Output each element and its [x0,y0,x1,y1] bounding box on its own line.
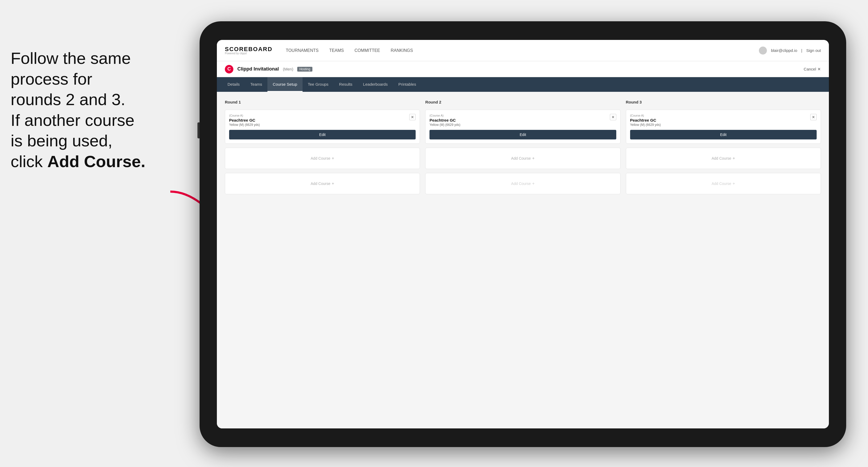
add-course-plus-icon-4: + [532,181,535,186]
card-actions: ✕ [409,114,416,120]
tournament-gender: (Men) [283,67,293,71]
course-tee-2: Yellow (M) (6629 yds) [430,123,460,127]
clippd-logo: C [225,65,234,73]
add-course-label-2: Add Course [311,182,331,186]
add-course-label-3: Add Course [511,156,531,160]
tab-tee-groups[interactable]: Tee Groups [303,77,334,92]
user-avatar [759,46,767,55]
course-name: Peachtree GC [229,118,260,122]
card-header-3: (Course A) Peachtree GC Yellow (M) (6629… [630,114,817,130]
course-info-3: (Course A) Peachtree GC Yellow (M) (6629… [630,114,661,130]
add-course-label: Add Course [311,156,331,160]
round-1-course-card: (Course A) Peachtree GC Yellow (M) (6629… [225,110,420,144]
round-2-label: Round 2 [425,100,620,104]
course-name-3: Peachtree GC [630,118,661,122]
top-nav: SCOREBOARD Powered by clippd TOURNAMENTS… [217,40,829,61]
hosting-badge: Hosting [297,67,312,71]
add-course-plus-icon-3: + [532,156,535,161]
nav-tournaments[interactable]: TOURNAMENTS [286,47,318,54]
nav-committee[interactable]: COMMITTEE [354,47,380,54]
tab-course-setup[interactable]: Course Setup [268,77,303,92]
course-name-2: Peachtree GC [430,118,460,122]
add-course-label-5: Add Course [712,156,731,160]
tournament-name: Clippd Invitational [237,66,279,72]
add-course-text-6: Add Course + [712,181,735,186]
tablet-frame: SCOREBOARD Powered by clippd TOURNAMENTS… [199,21,846,447]
add-course-text-4: Add Course + [511,181,535,186]
edit-course-button[interactable]: Edit [229,130,416,139]
course-a-label: (Course A) [229,114,260,117]
course-info: (Course A) Peachtree GC Yellow (M) (6629… [229,114,260,130]
course-info-2: (Course A) Peachtree GC Yellow (M) (6629… [430,114,460,130]
round-3-course-card: (Course A) Peachtree GC Yellow (M) (6629… [626,110,821,144]
round-2-course-card: (Course A) Peachtree GC Yellow (M) (6629… [425,110,620,144]
tab-leaderboards[interactable]: Leaderboards [358,77,393,92]
sub-header: C Clippd Invitational (Men) Hosting Canc… [217,61,829,77]
user-email: blair@clippd.io [771,48,797,53]
round-2-column: Round 2 (Course A) Peachtree GC Yellow (… [425,100,620,194]
add-course-label-6: Add Course [712,182,731,186]
add-course-text-2: Add Course + [311,181,334,186]
add-course-plus-icon: + [332,156,334,161]
cancel-icon: ✕ [817,67,821,71]
nav-rankings[interactable]: RANKINGS [391,47,413,54]
add-course-card-2-2[interactable]: Add Course + [425,148,620,169]
add-course-card-3-2[interactable]: Add Course + [626,148,821,169]
add-course-card-1-3[interactable]: Add Course + [225,173,420,194]
round-3-column: Round 3 (Course A) Peachtree GC Yellow (… [626,100,821,194]
edit-course-button-3[interactable]: Edit [630,130,817,139]
sub-header-left: C Clippd Invitational (Men) Hosting [225,65,312,73]
add-course-card-2-3: Add Course + [425,173,620,194]
delete-course-button[interactable]: ✕ [409,114,416,120]
add-course-text-5: Add Course + [712,156,735,161]
nav-right: blair@clippd.io | Sign out [759,46,821,55]
course-a-label-3: (Course A) [630,114,661,117]
course-a-label-2: (Course A) [430,114,460,117]
add-course-plus-icon-2: + [332,181,334,186]
course-tee: Yellow (M) (6629 yds) [229,123,260,127]
card-header: (Course A) Peachtree GC Yellow (M) (6629… [229,114,416,130]
tab-printables[interactable]: Printables [393,77,422,92]
course-tee-3: Yellow (M) (6629 yds) [630,123,661,127]
instruction-bold: Add Course. [48,152,146,170]
add-course-plus-icon-6: + [733,181,735,186]
tab-details[interactable]: Details [222,77,245,92]
edit-course-button-2[interactable]: Edit [430,130,616,139]
nav-teams[interactable]: TEAMS [329,47,344,54]
delete-course-button-2[interactable]: ✕ [610,114,616,120]
scoreboard-logo: SCOREBOARD [225,46,273,52]
round-3-label: Round 3 [626,100,821,104]
main-content: Round 1 (Course A) Peachtree GC Yellow (… [217,92,829,428]
card-header-2: (Course A) Peachtree GC Yellow (M) (6629… [430,114,616,130]
add-course-card-1-2[interactable]: Add Course + [225,148,420,169]
add-course-card-3-3: Add Course + [626,173,821,194]
add-course-text-3: Add Course + [511,156,535,161]
sign-out-button[interactable]: Sign out [806,48,821,53]
card-actions-2: ✕ [610,114,616,120]
rounds-container: Round 1 (Course A) Peachtree GC Yellow (… [225,100,821,194]
tab-teams[interactable]: Teams [245,77,268,92]
instruction-text: Follow the same process for rounds 2 and… [0,42,181,177]
tab-bar: Details Teams Course Setup Tee Groups Re… [217,77,829,92]
tab-results[interactable]: Results [334,77,358,92]
cancel-label: Cancel [804,67,816,71]
round-1-column: Round 1 (Course A) Peachtree GC Yellow (… [225,100,420,194]
logo-area: SCOREBOARD Powered by clippd [225,46,273,55]
separator: | [801,48,802,53]
tablet-screen: SCOREBOARD Powered by clippd TOURNAMENTS… [217,40,829,428]
add-course-text: Add Course + [311,156,334,161]
logo-subtitle: Powered by clippd [225,52,273,55]
card-actions-3: ✕ [810,114,817,120]
add-course-label-4: Add Course [511,182,531,186]
nav-links: TOURNAMENTS TEAMS COMMITTEE RANKINGS [286,47,746,54]
round-1-label: Round 1 [225,100,420,104]
delete-course-button-3[interactable]: ✕ [810,114,817,120]
add-course-plus-icon-5: + [733,156,735,161]
cancel-button[interactable]: Cancel ✕ [804,67,821,71]
